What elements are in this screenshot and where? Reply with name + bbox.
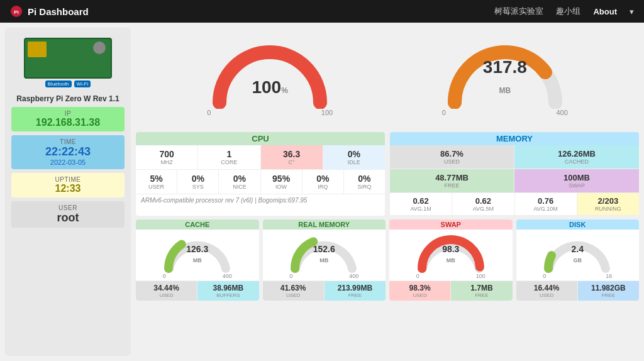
cpu-temp-value: 36.3 <box>262 149 321 159</box>
cpu-nice-stat: 0% NICE <box>219 170 260 194</box>
cpu-sirq-val: 0% <box>345 174 384 184</box>
realmem-free-val: 213.99MB <box>326 284 384 292</box>
swap-free-val: 1.7MB <box>452 284 511 292</box>
realmem-gauge: 152.6MB <box>289 232 358 273</box>
mem-avg5-lbl: AVG.5M <box>453 206 513 212</box>
cpu-mhz-label: MHz <box>137 159 196 165</box>
cache-gauge: 126.3MB <box>163 232 232 273</box>
cpu-iow-val: 95% <box>262 174 301 184</box>
cache-used-val: 34.44% <box>137 284 196 292</box>
user-value: root <box>14 211 122 225</box>
cache-used-stat: 34.44% USED <box>136 281 197 301</box>
mem-avg1-lbl: AVG.1M <box>391 206 450 212</box>
cpu-user-val: 5% <box>137 174 175 184</box>
cpu-user-stat: 5% USER <box>136 170 177 194</box>
cache-buf-stat: 38.96MB BUFFERS <box>197 281 258 301</box>
mem-header: MEMORY <box>390 132 639 145</box>
left-panel: Bluetooth Wi-Fi Raspberry Pi Zero W Rev … <box>5 28 131 356</box>
realmem-free-lbl: FREE <box>326 292 384 298</box>
cpu-mhz-value: 700 <box>137 149 196 159</box>
mem-used-val: 86.7% <box>395 149 509 158</box>
mem-swap-lbl: SWAP <box>519 182 634 189</box>
mem-avg5-cell: 0.62 AVG.5M <box>452 193 514 216</box>
cpu-idle-value: 0% <box>325 149 384 159</box>
swap-used-stat: 98.3% USED <box>389 281 451 301</box>
about-chevron-icon: ▾ <box>630 7 634 16</box>
gauges-row: 100% 0 100 317.8MB <box>136 28 639 128</box>
svg-text:Pi: Pi <box>14 9 19 15</box>
cpu-stat-idle: 0% IDLE <box>323 145 385 169</box>
time-value: 22:22:43 <box>14 145 122 158</box>
uptime-value: 12:33 <box>14 183 122 194</box>
mem-gauge: 317.8MB <box>442 40 568 109</box>
realmem-used-stat: 41.63% USED <box>263 281 325 301</box>
mem-swap-cell: 100MB SWAP <box>514 169 639 193</box>
mem-free-val: 48.77MB <box>395 173 509 182</box>
mem-running-val: 2/203 <box>579 196 638 206</box>
mem-avg10-val: 0.76 <box>516 196 575 206</box>
cpu-sirq-stat: 0% SIRQ <box>344 170 385 194</box>
cpu-info: ARMv6-compatible processor rev 7 (v6l) |… <box>136 194 385 206</box>
mem-cached-lbl: CACHED <box>519 158 634 165</box>
cpu-stat-temp: 36.3 C° <box>261 145 323 169</box>
brand: Pi Pi Dashboard <box>10 5 494 18</box>
disk-stats: 16.44% USED 11.982GB FREE <box>516 280 640 301</box>
cpu-header: CPU <box>136 132 385 145</box>
time-label: TIME <box>14 138 122 145</box>
cpu-irq-val: 0% <box>304 174 342 184</box>
uptime-label: UPTIME <box>14 176 122 183</box>
swap-gauge: 98.3MB <box>416 232 486 273</box>
ip-label: IP <box>14 110 122 117</box>
swap-used-lbl: USED <box>391 292 449 298</box>
cache-used-lbl: USED <box>137 292 196 298</box>
mem-used-lbl: USED <box>395 158 509 165</box>
wifi-badge: Wi-Fi <box>74 81 91 87</box>
navbar-link1[interactable]: 树莓派实验室 <box>494 6 543 17</box>
cpu-gauge-labels: 0 100 <box>207 109 333 116</box>
user-label: USER <box>14 204 122 211</box>
realmem-free-stat: 213.99MB FREE <box>325 281 386 301</box>
mem-free-lbl: FREE <box>395 182 509 189</box>
disk-gauge-value: 2.4GB <box>543 244 612 264</box>
right-panel: 100% 0 100 317.8MB <box>136 28 639 356</box>
disk-gauge-labels: 0 16 <box>543 273 612 279</box>
cpu-idle-label: IDLE <box>325 159 384 165</box>
cpu-gauge-svg <box>207 40 333 109</box>
cache-section: CACHE 126.3MB 0 400 <box>136 219 259 301</box>
rpi-board-image <box>24 38 112 79</box>
realmem-gauge-area: 152.6MB <box>263 230 386 273</box>
disk-gauge: 2.4GB <box>543 232 612 273</box>
about-menu[interactable]: About <box>593 7 617 16</box>
cpu-iow-stat: 95% IOW <box>261 170 303 194</box>
swap-used-val: 98.3% <box>391 284 449 292</box>
ip-value: 192.168.31.38 <box>14 117 122 128</box>
mem-section: MEMORY 86.7% USED 126.26MB CACHED 48.77M… <box>390 132 639 216</box>
disk-gauge-area: 2.4GB <box>516 230 640 273</box>
cache-unit: MB <box>193 257 202 264</box>
realmem-unit: MB <box>319 257 328 264</box>
badges: Bluetooth Wi-Fi <box>45 81 91 87</box>
cpu-irq-lbl: IRQ <box>304 184 342 190</box>
realmem-gauge-value: 152.6MB <box>289 244 358 264</box>
cpu-user-lbl: USER <box>137 184 175 190</box>
navbar-link2[interactable]: 趣小组 <box>556 6 580 17</box>
cache-gauge-area: 126.3MB <box>136 230 259 273</box>
disk-header: DISK <box>516 219 640 230</box>
cpu-sys-lbl: SYS <box>179 184 217 190</box>
cache-gauge-labels: 0 400 <box>163 273 232 279</box>
stats-row: CPU 700 MHz 1 CORE 36.3 C° 0% <box>136 132 639 216</box>
disk-used-val: 16.44% <box>518 284 576 292</box>
mem-grid: 86.7% USED 126.26MB CACHED 48.77MB FREE … <box>390 145 639 193</box>
disk-used-lbl: USED <box>518 292 576 298</box>
time-box: TIME 22:22:43 2022-03-05 <box>11 135 125 169</box>
cpu-gauge: 100% <box>207 40 333 109</box>
cpu-temp-label: C° <box>262 159 321 165</box>
main-content: Bluetooth Wi-Fi Raspberry Pi Zero W Rev … <box>0 23 644 361</box>
realmem-stats: 41.63% USED 213.99MB FREE <box>263 280 386 301</box>
cpu-iow-lbl: IOW <box>262 184 301 190</box>
user-box: USER root <box>11 201 125 228</box>
realmem-used-lbl: USED <box>264 292 323 298</box>
swap-gauge-labels: 0 100 <box>416 273 486 279</box>
cpu-nice-lbl: NICE <box>220 184 258 190</box>
swap-unit: MB <box>447 257 455 264</box>
